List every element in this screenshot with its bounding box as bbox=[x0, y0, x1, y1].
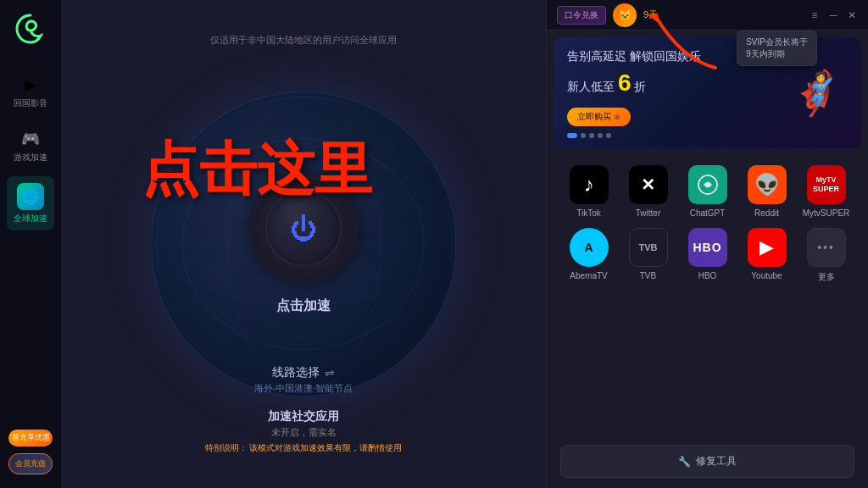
banner-dot-2 bbox=[581, 133, 586, 138]
game-icon: 🎮 bbox=[20, 129, 41, 149]
app-more[interactable]: ••• 更多 bbox=[802, 228, 851, 283]
right-panel: 口令兑换 🐱 9天 ≡ ─ ✕ SVIP会员长将于 9天内到期 告别高延迟 解锁… bbox=[546, 0, 868, 488]
social-note-text: 该模式对游戏加速效果有限，请酌情使用 bbox=[249, 443, 402, 452]
more-icon: ••• bbox=[807, 228, 846, 267]
tvb-icon: TVB bbox=[629, 228, 668, 267]
power-button-inner: ⏻ bbox=[265, 191, 342, 267]
app-hbo[interactable]: HBO HBO bbox=[683, 228, 732, 283]
youtube-label: Youtube bbox=[751, 271, 782, 280]
hbo-icon: HBO bbox=[688, 228, 727, 267]
power-icon: ⏻ bbox=[290, 213, 317, 244]
app-window: ▶ 回国影音 🎮 游戏加速 🌐 全球加速 首充享优惠 会员充值 bbox=[0, 0, 868, 488]
app-tvb[interactable]: TVB TVB bbox=[624, 228, 673, 283]
exchange-button[interactable]: 口令兑换 bbox=[557, 6, 606, 25]
repair-icon: 🔧 bbox=[678, 456, 691, 468]
recharge-button[interactable]: 会员充值 bbox=[8, 453, 53, 474]
sidebar-item-game-label: 游戏加速 bbox=[14, 152, 47, 163]
tooltip-line1: SVIP会员长将于 bbox=[746, 36, 808, 48]
social-section: 加速社交应用 未开启，需实名 特别说明： 该模式对游戏加速效果有限，请酌情使用 bbox=[205, 409, 403, 454]
repair-button[interactable]: 🔧 修复工具 bbox=[560, 445, 854, 478]
svip-area: 口令兑换 🐱 9天 bbox=[557, 3, 658, 27]
sidebar: ▶ 回国影音 🎮 游戏加速 🌐 全球加速 首充享优惠 会员充值 bbox=[0, 0, 61, 488]
social-note-prefix: 特别说明： bbox=[205, 443, 248, 452]
main-content: 仅适用于非中国大陆地区的用户访问全球应用 ⏻ 点击加速 线路选择 ⇌ 海外-中国… bbox=[61, 0, 546, 488]
social-note: 特别说明： 该模式对游戏加速效果有限，请酌情使用 bbox=[205, 442, 403, 454]
abema-icon: A bbox=[570, 228, 609, 267]
apps-row-1: ♪ TikTok ✕ Twitter ChatGPT bbox=[560, 165, 854, 218]
social-subtitle: 未开启，需实名 bbox=[205, 426, 403, 439]
banner-dot-1 bbox=[567, 133, 577, 138]
sidebar-bottom: 首充享优惠 会员充值 bbox=[0, 430, 61, 488]
app-mytv[interactable]: MyTVSUPER MytvSUPER bbox=[802, 165, 851, 218]
route-subtitle: 海外-中国港澳·智能节点 bbox=[254, 382, 353, 395]
apps-grid: ♪ TikTok ✕ Twitter ChatGPT bbox=[547, 155, 868, 445]
sidebar-item-global[interactable]: 🌐 全球加速 bbox=[7, 176, 54, 230]
hbo-label: HBO bbox=[698, 271, 717, 280]
avatar: 🐱 bbox=[613, 3, 637, 27]
route-title: 线路选择 ⇌ bbox=[254, 365, 353, 380]
app-tiktok[interactable]: ♪ TikTok bbox=[565, 165, 614, 218]
social-title: 加速社交应用 bbox=[205, 409, 403, 424]
repair-label: 修复工具 bbox=[696, 454, 737, 469]
sidebar-item-game[interactable]: 🎮 游戏加速 bbox=[7, 122, 54, 169]
banner-dot-4 bbox=[598, 133, 603, 138]
banner-dot-5 bbox=[606, 133, 611, 138]
sidebar-item-watch[interactable]: ▶ 回国影音 bbox=[7, 68, 54, 115]
tvb-label: TVB bbox=[640, 271, 656, 280]
watch-icon: ▶ bbox=[20, 75, 41, 95]
power-button[interactable]: ⏻ bbox=[248, 174, 359, 284]
app-chatgpt[interactable]: ChatGPT bbox=[683, 165, 732, 218]
svip-tooltip: SVIP会员长将于 9天内到期 bbox=[737, 30, 817, 66]
app-youtube[interactable]: ▶ Youtube bbox=[743, 228, 792, 283]
app-abema[interactable]: A AbemaTV bbox=[565, 228, 614, 283]
menu-button[interactable]: ≡ bbox=[809, 9, 821, 21]
route-area: 线路选择 ⇌ 海外-中国港澳·智能节点 bbox=[254, 365, 353, 395]
abema-label: AbemaTV bbox=[570, 271, 607, 280]
tooltip-line2: 9天内到期 bbox=[746, 48, 808, 60]
app-reddit[interactable]: 👽 Reddit bbox=[743, 165, 792, 218]
close-button[interactable]: ✕ bbox=[846, 9, 858, 21]
app-logo bbox=[12, 10, 49, 47]
global-icon: 🌐 bbox=[17, 183, 44, 210]
twitter-label: Twitter bbox=[636, 208, 660, 218]
mytv-icon: MyTVSUPER bbox=[807, 165, 846, 204]
mytv-label: MytvSUPER bbox=[803, 208, 850, 218]
power-label: 点击加速 bbox=[276, 297, 331, 315]
more-label: 更多 bbox=[818, 271, 835, 283]
reddit-label: Reddit bbox=[754, 208, 779, 218]
chatgpt-icon bbox=[688, 165, 727, 204]
notice-text: 仅适用于非中国大陆地区的用户访问全球应用 bbox=[210, 34, 397, 47]
banner-suffix: 折 bbox=[634, 80, 646, 93]
sidebar-item-global-label: 全球加速 bbox=[14, 214, 47, 224]
sidebar-item-watch-label: 回国影音 bbox=[14, 98, 47, 108]
tiktok-label: TikTok bbox=[576, 208, 601, 218]
trial-button[interactable]: 首充享优惠 bbox=[8, 430, 53, 446]
banner-highlight: 6 bbox=[618, 69, 632, 96]
days-badge: 9天 bbox=[643, 8, 658, 21]
tiktok-icon: ♪ bbox=[570, 165, 609, 204]
banner-prefix: 新人低至 bbox=[567, 80, 615, 93]
power-area: ⏻ 点击加速 bbox=[248, 174, 359, 315]
chatgpt-label: ChatGPT bbox=[690, 208, 726, 218]
reddit-icon: 👽 bbox=[748, 165, 787, 204]
route-icon: ⇌ bbox=[325, 366, 335, 380]
youtube-icon: ▶ bbox=[748, 228, 787, 267]
twitter-icon: ✕ bbox=[629, 165, 668, 204]
title-bar: 口令兑换 🐱 9天 ≡ ─ ✕ bbox=[547, 0, 868, 30]
minimize-button[interactable]: ─ bbox=[827, 9, 839, 21]
app-twitter[interactable]: ✕ Twitter bbox=[624, 165, 673, 218]
apps-row-2: A AbemaTV TVB TVB HBO HBO ▶ Youtube ••• bbox=[560, 228, 854, 283]
route-label: 线路选择 bbox=[272, 365, 320, 380]
banner-buy-button[interactable]: 立即购买 ⊙ bbox=[567, 108, 631, 126]
banner-dot-3 bbox=[589, 133, 594, 138]
